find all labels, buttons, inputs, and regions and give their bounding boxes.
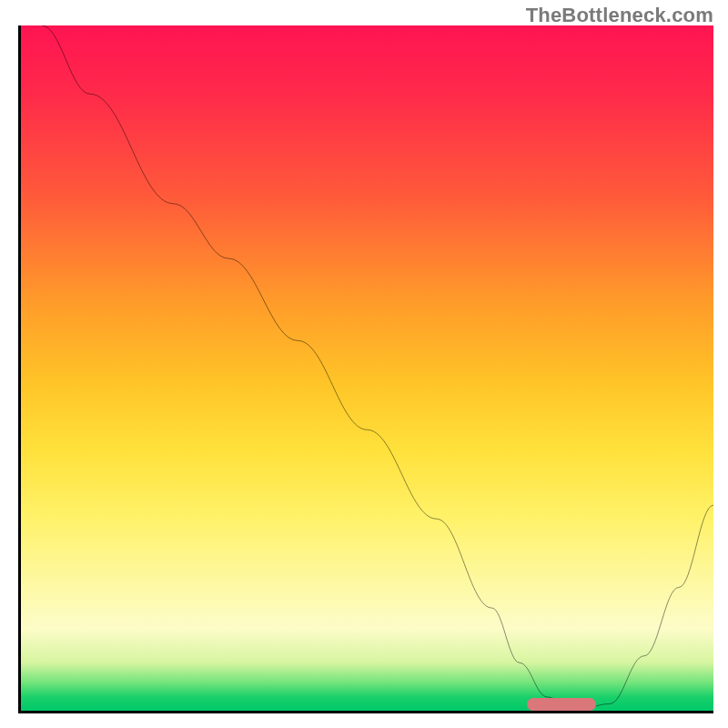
watermark-text: TheBottleneck.com <box>526 4 713 27</box>
curve-path <box>42 25 713 711</box>
plot-area <box>18 25 713 713</box>
bottleneck-curve <box>21 25 713 711</box>
optimal-range-marker <box>527 698 596 711</box>
chart-stage: TheBottleneck.com <box>0 0 728 728</box>
